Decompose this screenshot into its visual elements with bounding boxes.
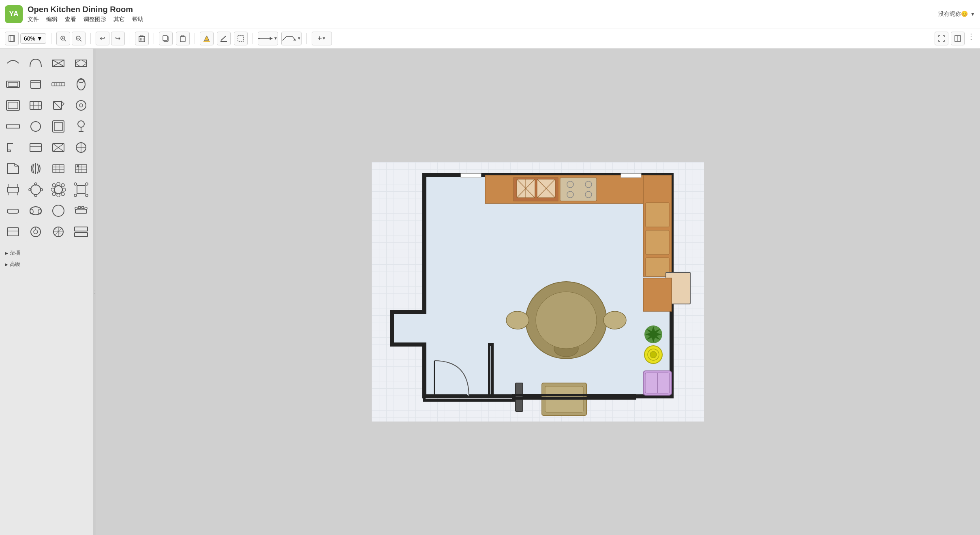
svg-rect-113 xyxy=(75,209,87,213)
sidebar-icon-23[interactable] xyxy=(49,159,68,178)
floor-plan-svg xyxy=(372,162,704,422)
svg-point-94 xyxy=(54,186,62,194)
svg-rect-17 xyxy=(180,36,185,42)
svg-rect-35 xyxy=(31,80,41,88)
svg-point-102 xyxy=(61,193,64,196)
connector-button[interactable]: ▼ xyxy=(258,32,278,45)
sidebar-icon-17[interactable] xyxy=(3,138,23,157)
canvas[interactable] xyxy=(372,162,704,422)
sidebar-icon-19[interactable] xyxy=(49,138,68,157)
fill-color-button[interactable] xyxy=(200,32,214,45)
line-color-button[interactable] xyxy=(217,32,231,45)
svg-point-25 xyxy=(258,38,260,39)
title-area: Open Kitchen Dining Room 文件 编辑 查看 调整图形 其… xyxy=(28,5,933,23)
separator-5 xyxy=(195,33,195,44)
svg-point-43 xyxy=(79,79,83,83)
separator-7 xyxy=(306,33,307,44)
expand-button[interactable] xyxy=(951,32,965,45)
paste-button[interactable] xyxy=(176,32,190,45)
svg-point-115 xyxy=(78,206,81,209)
sidebar-icon-36[interactable] xyxy=(71,222,91,242)
svg-point-53 xyxy=(76,101,86,110)
delete-button[interactable] xyxy=(135,32,149,45)
svg-rect-172 xyxy=(621,173,641,178)
sidebar-icon-10[interactable] xyxy=(26,96,45,115)
zoom-out-button[interactable] xyxy=(72,32,86,45)
zoom-selector[interactable]: 60% ▼ xyxy=(20,33,46,44)
sidebar-icon-8[interactable] xyxy=(71,75,91,94)
add-shape-button[interactable]: +▼ xyxy=(312,32,332,45)
sidebar-icon-18[interactable] xyxy=(26,138,45,157)
sidebar-icon-32[interactable] xyxy=(71,201,91,220)
sidebar-icon-14[interactable] xyxy=(26,117,45,136)
svg-rect-32 xyxy=(75,60,87,66)
sidebar-icon-31[interactable] xyxy=(49,201,68,220)
collapse-advanced-icon: ▶ xyxy=(5,262,8,267)
menu-edit[interactable]: 编辑 xyxy=(46,16,58,23)
sidebar-icon-7[interactable] xyxy=(49,75,68,94)
separator-3 xyxy=(130,33,130,44)
sidebar-icon-5[interactable] xyxy=(3,75,23,94)
sidebar-icon-22[interactable] xyxy=(26,159,45,178)
svg-marker-24 xyxy=(270,37,273,40)
container-button[interactable] xyxy=(234,32,248,45)
sidebar-icon-13[interactable] xyxy=(3,117,23,136)
sidebar-icon-28[interactable] xyxy=(71,180,91,199)
svg-rect-128 xyxy=(75,227,88,231)
more-options-icon[interactable]: ⋮ xyxy=(967,32,975,45)
sidebar-icon-9[interactable] xyxy=(3,96,23,115)
sidebar-divider xyxy=(0,245,93,245)
sidebar-icon-3[interactable] xyxy=(49,54,68,73)
sidebar-advanced-label: 高级 xyxy=(10,261,20,268)
menu-help[interactable]: 帮助 xyxy=(132,16,143,23)
sidebar-icon-6[interactable] xyxy=(26,75,45,94)
svg-point-89 xyxy=(31,185,41,195)
menu-view[interactable]: 查看 xyxy=(65,16,76,23)
page-format-button[interactable] xyxy=(5,32,19,45)
sidebar-icon-30[interactable] xyxy=(26,201,45,220)
sidebar-icon-1[interactable] xyxy=(3,54,23,73)
menu-bar: 文件 编辑 查看 调整图形 其它 帮助 xyxy=(28,16,933,23)
undo-button[interactable]: ↩ xyxy=(96,32,109,45)
menu-adjust[interactable]: 调整图形 xyxy=(83,16,106,23)
sidebar-section-advanced[interactable]: ▶ 高级 xyxy=(0,258,93,270)
sidebar-icon-29[interactable] xyxy=(3,201,23,220)
sidebar-icon-27[interactable] xyxy=(49,180,68,199)
sidebar-icon-21[interactable] xyxy=(3,159,23,178)
svg-marker-26 xyxy=(293,39,296,40)
separator-1 xyxy=(51,33,51,44)
sidebar-icon-4[interactable] xyxy=(71,54,91,73)
separator-2 xyxy=(90,33,91,44)
svg-line-7 xyxy=(80,40,81,41)
sidebar-icon-20[interactable] xyxy=(71,138,91,157)
menu-file[interactable]: 文件 xyxy=(28,16,39,23)
sidebar-icon-25[interactable] xyxy=(3,180,23,199)
sidebar-icon-35[interactable] xyxy=(49,222,68,242)
svg-rect-63 xyxy=(30,143,41,152)
menu-other[interactable]: 其它 xyxy=(113,16,125,23)
sidebar-icon-11[interactable] xyxy=(49,96,68,115)
zoom-in-button[interactable] xyxy=(56,32,70,45)
redo-button[interactable]: ↪ xyxy=(111,32,125,45)
sidebar-icon-26[interactable] xyxy=(26,180,45,199)
sidebar-icon-2[interactable] xyxy=(26,54,45,73)
svg-rect-142 xyxy=(560,178,597,201)
user-chevron-icon[interactable]: ▼ xyxy=(970,11,975,17)
fullscreen-button[interactable] xyxy=(935,32,948,45)
collapse-misc-icon: ▶ xyxy=(5,251,8,255)
sidebar-icon-34[interactable] xyxy=(26,222,45,242)
waypoint-button[interactable]: ▼ xyxy=(281,32,302,45)
sidebar-icon-24[interactable] xyxy=(71,159,91,178)
sidebar-icon-16[interactable] xyxy=(71,117,91,136)
user-area[interactable]: 没有昵称😊 ▼ xyxy=(938,11,975,18)
svg-point-116 xyxy=(81,206,84,209)
canvas-area[interactable] xyxy=(96,49,980,535)
sidebar-icon-12[interactable] xyxy=(71,96,91,115)
sidebar-section-misc[interactable]: ▶ 杂项 xyxy=(0,247,93,258)
sidebar-icon-15[interactable] xyxy=(49,117,68,136)
svg-rect-152 xyxy=(643,278,672,311)
svg-rect-37 xyxy=(52,83,65,86)
sidebar-icon-33[interactable] xyxy=(3,222,23,242)
copy-button[interactable] xyxy=(159,32,173,45)
toolbar: 60% ▼ ↩ ↪ ▼ ▼ xyxy=(0,28,980,49)
